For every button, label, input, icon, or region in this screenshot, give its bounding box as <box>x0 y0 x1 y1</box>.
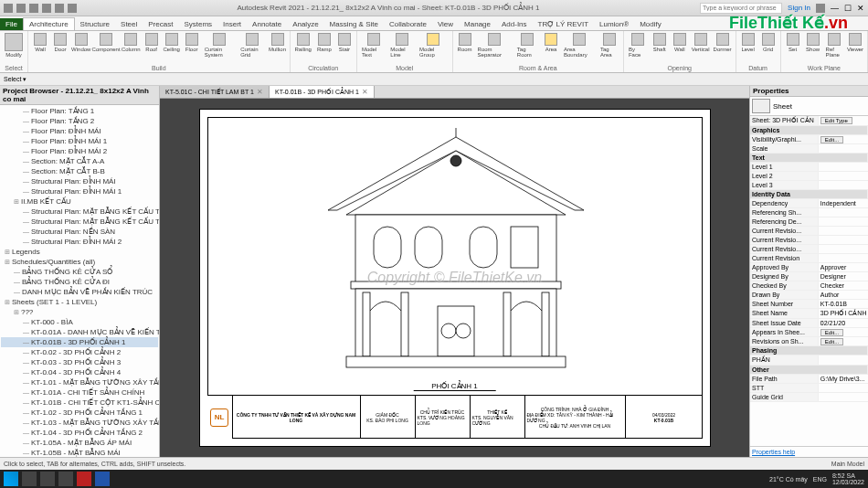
tree-item[interactable]: Structural Plan: ĐỈNH MÁI 1 <box>1 186 158 196</box>
ribbon-tab-manage[interactable]: Manage <box>459 18 496 30</box>
tree-item[interactable]: KT-1.02 - 3D PHỐI CẢNH TẦNG 1 <box>1 408 158 418</box>
props-row[interactable]: Sheet Name3D PHỐI CẢNH 1 <box>750 309 868 319</box>
ribbon-btn-roof[interactable]: Roof <box>143 32 161 65</box>
tree-item[interactable]: KT-1.01B - CHI TIẾT CỘT KT1-SẢNH CHÍNH <box>1 398 158 408</box>
close-tab-icon[interactable]: ✕ <box>257 88 263 96</box>
ribbon-btn-railing[interactable]: Railing <box>293 32 313 65</box>
tree-item[interactable]: KT-0.02 - 3D PHỐI CẢNH 2 <box>1 347 158 357</box>
props-row[interactable]: Approved ByApprover <box>750 263 868 272</box>
tree-item[interactable]: KT-1.05B - MẶT BẰNG MÁI <box>1 448 158 457</box>
tree-item[interactable]: KT-1.04 - 3D PHỐI CẢNH TẦNG 2 <box>1 428 158 438</box>
tree-item[interactable]: Legends <box>1 247 158 257</box>
props-row[interactable]: Sheet NumberKT-0.01B <box>750 300 868 309</box>
ribbon-tab-view[interactable]: View <box>432 18 459 30</box>
props-row[interactable]: DependencyIndependent <box>750 199 868 208</box>
task-chrome-icon[interactable] <box>58 472 73 486</box>
tree-item[interactable]: Structural Plan: MẶT BẰNG KẾT CẤU TẦNG 2 <box>1 217 158 227</box>
props-row[interactable]: Referencing Sh... <box>750 208 868 217</box>
ribbon-tab-modify[interactable]: Modify <box>634 18 667 30</box>
weather[interactable]: 21°C Có mây <box>769 476 808 483</box>
props-row[interactable]: File PathG:\My Drive\3... <box>750 375 868 384</box>
tree-item[interactable]: Structural Plan: MẶT BẰNG KẾT CẤU TẦNG 1 <box>1 207 158 217</box>
ribbon-btn-curtain-grid[interactable]: Curtain Grid <box>238 32 266 65</box>
props-row[interactable]: PHẦN <box>750 355 868 366</box>
ribbon-tab-add-ins[interactable]: Add-Ins <box>496 18 533 30</box>
tree-item[interactable]: Floor Plan: TẦNG 1 <box>1 106 158 116</box>
ribbon-btn-ramp[interactable]: Ramp <box>315 32 333 65</box>
tree-item[interactable]: KT-0.01A - DANH MỤC BẢN VẼ KIẾN TRÚC <box>1 327 158 337</box>
browser-tree[interactable]: Floor Plan: TẦNG 1Floor Plan: TẦNG 2Floo… <box>0 105 159 457</box>
minimize-icon[interactable]: — <box>831 4 839 13</box>
props-row[interactable]: Current Revision <box>750 254 868 263</box>
edit-button[interactable]: Edit... <box>820 136 843 143</box>
ribbon-tab-architecture[interactable]: Architecture <box>23 17 75 30</box>
ribbon-tab-steel[interactable]: Steel <box>115 18 143 30</box>
tree-item[interactable]: II.MB KẾT CẤU <box>1 196 158 207</box>
redo-icon[interactable] <box>55 4 64 13</box>
tree-item[interactable]: Structural Plan: NỀN SÀN <box>1 227 158 237</box>
tree-item[interactable]: BẢNG THỐNG KÊ CỬA ĐI <box>1 277 158 287</box>
ribbon-btn-curtain-system[interactable]: Curtain System <box>203 32 237 65</box>
ribbon-tab-tr-l-revit[interactable]: TRỢ LÝ REVIT <box>533 18 594 30</box>
props-row[interactable]: Level 2 <box>750 172 868 181</box>
task-explorer-icon[interactable] <box>40 472 55 486</box>
maximize-icon[interactable]: ☐ <box>844 4 852 13</box>
ribbon-btn-area[interactable]: Area <box>542 32 560 65</box>
tree-item[interactable]: Structural Plan: ĐỈNH MÁI 2 <box>1 237 158 247</box>
ribbon-btn-stair[interactable]: Stair <box>335 32 354 65</box>
tree-item[interactable]: Sheets (SET 1 - 1 LEVEL) <box>1 297 158 307</box>
tree-item[interactable]: DANH MỤC BẢN VẼ PHẦN KIẾN TRÚC <box>1 287 158 297</box>
props-row[interactable]: Current Revisio... <box>750 236 868 245</box>
props-row[interactable]: Designed ByDesigner <box>750 272 868 281</box>
ribbon-btn-tag-room[interactable]: Tag Room <box>515 32 540 65</box>
signin-link[interactable]: Sign In <box>788 4 810 12</box>
props-row[interactable]: Appears In Shee...Edit... <box>750 328 868 337</box>
revit-icon[interactable] <box>4 4 13 13</box>
ribbon-btn-model-text[interactable]: Model Text <box>360 32 386 65</box>
ribbon-btn-window[interactable]: Window <box>71 32 90 65</box>
props-row[interactable]: Level 1 <box>750 163 868 172</box>
tree-item[interactable]: KT-1.01A - CHI TIẾT SẢNH CHÍNH <box>1 387 158 398</box>
tree-item[interactable]: KT-000 - BÌA <box>1 317 158 327</box>
task-autocad-icon[interactable] <box>77 472 91 486</box>
props-row[interactable]: Drawn ByAuthor <box>750 291 868 300</box>
tree-item[interactable]: KT-1.05A - MẶT BẰNG ÁP MÁI <box>1 438 158 448</box>
ribbon-btn-ceiling[interactable]: Ceiling <box>163 32 181 65</box>
ribbon-btn-shaft[interactable]: Shaft <box>651 32 669 65</box>
ribbon-btn-room-separator[interactable]: Room Separator <box>476 32 513 65</box>
clock[interactable]: 8:52 SA12/03/2022 <box>832 472 864 485</box>
ribbon-btn-column[interactable]: Column <box>122 32 141 65</box>
ribbon-tab-precast[interactable]: Precast <box>143 18 178 30</box>
ribbon-btn-mullion[interactable]: Mullion <box>269 32 287 65</box>
tree-item[interactable]: KT-1.01 - MẶT BẰNG TƯỜNG XÂY TẦNG 1 <box>1 377 158 387</box>
select-dropdown[interactable]: Select ▾ <box>4 76 26 83</box>
tree-item[interactable]: Floor Plan: ĐỈNH MÁI 1 <box>1 136 158 146</box>
tree-item[interactable]: KT-1.03 - MẶT BẰNG TƯỜNG XÂY TẦNG 2 <box>1 418 158 428</box>
ribbon-btn-area-boundary[interactable]: Area Boundary <box>562 32 597 65</box>
drawing-viewport[interactable]: PHỐI CẢNH 1 NL CÔNG TY TNHH TƯ VẤN THIẾT… <box>160 99 749 457</box>
print-icon[interactable] <box>68 4 77 13</box>
ribbon-tab-collaborate[interactable]: Collaborate <box>384 18 432 30</box>
ribbon-btn-tag-area[interactable]: Tag Area <box>598 32 620 65</box>
ribbon-tab-file[interactable]: File <box>0 18 23 30</box>
ribbon-btn-wall[interactable]: Wall <box>31 32 49 65</box>
save-icon[interactable] <box>29 4 38 13</box>
ribbon-btn-ref-plane[interactable]: Ref Plane <box>824 32 844 65</box>
tree-item[interactable]: BẢNG THỐNG KÊ CỬA SỔ <box>1 267 158 277</box>
props-row[interactable]: Guide Grid <box>750 393 868 402</box>
lang-indicator[interactable]: ENG <box>813 476 827 483</box>
tree-item[interactable]: KT-0.04 - 3D PHỐI CẢNH 4 <box>1 367 158 377</box>
tree-item[interactable]: KT-0.01B - 3D PHỐI CẢNH 1 <box>1 337 158 347</box>
props-row[interactable]: Scale <box>750 144 868 154</box>
tree-item[interactable]: Floor Plan: ĐỈNH MÁI 2 <box>1 146 158 156</box>
tree-item[interactable]: Section: MẶT CẮT A-A <box>1 156 158 166</box>
ribbon-tab-annotate[interactable]: Annotate <box>247 18 287 30</box>
ribbon-btn-component[interactable]: Component <box>92 32 119 65</box>
ribbon-btn-level[interactable]: Level <box>739 32 757 65</box>
props-row[interactable]: Current Revisio... <box>750 227 868 236</box>
doc-tab[interactable]: KT-5.01C - CHI TIẾT LAM BT 1✕ <box>160 86 270 98</box>
ribbon-btn-floor[interactable]: Floor <box>183 32 201 65</box>
ribbon-btn-set[interactable]: Set <box>784 32 802 65</box>
ribbon-btn-model-group[interactable]: Model Group <box>418 32 449 65</box>
ribbon-btn-room[interactable]: Room <box>456 32 474 65</box>
